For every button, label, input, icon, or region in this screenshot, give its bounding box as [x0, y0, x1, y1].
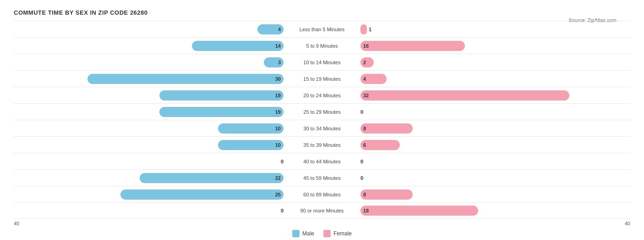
- bar-row: 1925 to 29 Minutes0: [14, 103, 630, 120]
- male-bar-value: 10: [275, 126, 281, 131]
- male-bar: 30: [87, 74, 284, 84]
- bar-label: 40 to 44 Minutes: [285, 159, 359, 164]
- male-bar-value: 10: [275, 142, 281, 148]
- female-bar: 18: [360, 206, 478, 216]
- left-section: 0: [14, 203, 285, 218]
- right-section: 4: [359, 71, 630, 87]
- axis-label-left: 40: [14, 221, 19, 226]
- male-bar: 10: [218, 123, 284, 134]
- male-bar-value: 3: [278, 60, 281, 65]
- male-bar: 3: [264, 57, 284, 67]
- bar-label: 5 to 9 Minutes: [285, 43, 359, 49]
- bar-label: 60 to 89 Minutes: [285, 192, 359, 197]
- female-bar-value: 8: [363, 192, 366, 197]
- right-section: 0: [359, 104, 630, 120]
- male-bar: 19: [159, 90, 284, 100]
- female-bar: 4: [360, 74, 387, 84]
- legend-color-female: [323, 230, 331, 237]
- male-value: 0: [281, 208, 284, 213]
- chart-title: COMMUTE TIME BY SEX IN ZIP CODE 26280: [14, 9, 630, 16]
- bar-row: 090 or more Minutes18: [14, 202, 630, 219]
- male-bar: 19: [159, 107, 284, 117]
- female-bar: 16: [360, 41, 465, 51]
- bar-row: 1035 to 39 Minutes6: [14, 136, 630, 153]
- bar-row: 2560 to 89 Minutes8: [14, 186, 630, 202]
- left-section: 30: [14, 71, 285, 87]
- left-section: 10: [14, 120, 285, 136]
- axis-labels: 40 40: [14, 221, 630, 226]
- right-section: 6: [359, 137, 630, 153]
- right-section: 0: [359, 153, 630, 169]
- female-bar-value: 2: [363, 60, 366, 65]
- male-bar: 4: [257, 24, 284, 34]
- male-bar: 10: [218, 140, 284, 150]
- male-bar-value: 19: [275, 93, 281, 98]
- bar-label: Less than 5 Minutes: [285, 27, 359, 32]
- legend: Male Female: [14, 230, 630, 237]
- female-bar-value: 8: [363, 126, 366, 131]
- female-value: 0: [360, 159, 363, 164]
- bar-label: 90 or more Minutes: [285, 208, 359, 213]
- female-bar: [360, 24, 367, 34]
- female-bar-value: 18: [363, 208, 369, 213]
- left-section: 19: [14, 104, 285, 120]
- bar-row: 1920 to 24 Minutes32: [14, 87, 630, 103]
- legend-item-female: Female: [323, 230, 352, 237]
- female-bar-value: 32: [363, 93, 369, 98]
- male-bar: 25: [120, 190, 284, 200]
- bar-row: 2245 to 59 Minutes0: [14, 169, 630, 186]
- right-section: 8: [359, 120, 630, 136]
- male-bar-value: 30: [275, 76, 281, 82]
- right-section: 32: [359, 87, 630, 103]
- male-bar-value: 4: [278, 27, 281, 32]
- male-bar: 22: [140, 173, 284, 183]
- left-section: 3: [14, 54, 285, 70]
- bar-label: 25 to 29 Minutes: [285, 109, 359, 115]
- legend-label-female: Female: [333, 230, 352, 237]
- left-section: 19: [14, 87, 285, 103]
- bar-row: 040 to 44 Minutes0: [14, 153, 630, 169]
- female-bar: 6: [360, 140, 400, 150]
- left-section: 10: [14, 137, 285, 153]
- left-section: 25: [14, 186, 285, 202]
- female-value-outside: 1: [369, 27, 371, 32]
- female-bar: 32: [360, 90, 569, 100]
- male-bar-value: 14: [275, 43, 281, 49]
- male-value: 0: [281, 159, 284, 164]
- female-bar-value: 16: [363, 43, 369, 49]
- bar-label: 35 to 39 Minutes: [285, 142, 359, 148]
- bar-row: 1030 to 34 Minutes8: [14, 120, 630, 136]
- bar-label: 15 to 19 Minutes: [285, 76, 359, 82]
- female-bar-value: 6: [363, 142, 366, 148]
- right-section: 1: [359, 21, 630, 37]
- right-section: 8: [359, 186, 630, 202]
- bar-row: 310 to 14 Minutes2: [14, 54, 630, 70]
- left-section: 0: [14, 153, 285, 169]
- female-bar: 8: [360, 190, 413, 200]
- bar-row: 4Less than 5 Minutes1: [14, 21, 630, 37]
- right-section: 16: [359, 38, 630, 54]
- left-section: 22: [14, 170, 285, 186]
- bar-row: 3015 to 19 Minutes4: [14, 70, 630, 87]
- axis-label-right: 40: [625, 221, 630, 226]
- left-section: 14: [14, 38, 285, 54]
- female-value: 0: [360, 109, 363, 115]
- male-bar-value: 19: [275, 109, 281, 115]
- right-section: 0: [359, 170, 630, 186]
- male-bar-value: 25: [275, 192, 281, 197]
- legend-item-male: Male: [292, 230, 314, 237]
- bar-label: 30 to 34 Minutes: [285, 126, 359, 131]
- bar-label: 10 to 14 Minutes: [285, 60, 359, 65]
- female-bar: 2: [360, 57, 374, 67]
- right-section: 2: [359, 54, 630, 70]
- female-value: 0: [360, 175, 363, 181]
- male-bar: 14: [192, 41, 284, 51]
- bar-label: 45 to 59 Minutes: [285, 175, 359, 181]
- bar-row: 145 to 9 Minutes16: [14, 37, 630, 54]
- legend-label-male: Male: [302, 230, 314, 237]
- chart-container: 4Less than 5 Minutes1145 to 9 Minutes163…: [14, 21, 630, 237]
- male-bar-value: 22: [275, 175, 281, 181]
- female-bar-value: 4: [363, 76, 366, 82]
- bar-label: 20 to 24 Minutes: [285, 93, 359, 98]
- right-section: 18: [359, 203, 630, 218]
